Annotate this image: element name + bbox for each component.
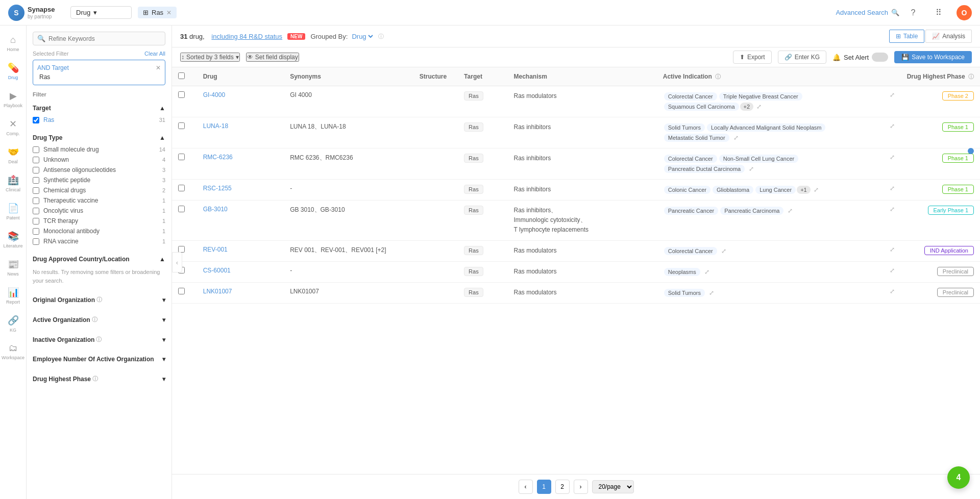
filter-checkbox-monoclonal[interactable]	[33, 228, 39, 235]
row-checkbox[interactable]	[178, 246, 185, 253]
home-icon: ⌂	[10, 35, 16, 45]
filter-checkbox-oncolytic-virus[interactable]	[33, 208, 39, 214]
sidebar-item-home[interactable]: ⌂ Home	[2, 31, 25, 56]
drug-link[interactable]: GB-3010	[203, 206, 228, 213]
drug-link[interactable]: CS-60001	[203, 267, 231, 274]
indication-tag: Triple Negative Breast Cancer	[719, 92, 802, 101]
filter-section-inactive-org-header[interactable]: Inactive Organization ⓘ ▾	[33, 333, 165, 346]
expand-icon[interactable]: ⤢	[756, 103, 762, 110]
collapse-panel-button[interactable]: ‹	[172, 252, 182, 272]
prev-page-button[interactable]: ‹	[519, 480, 533, 494]
synonyms-text: LUNA 18、LUNA-18	[290, 123, 346, 130]
filter-checkbox-synthetic-peptide[interactable]	[33, 177, 39, 184]
filter-checkbox-rna-vaccine[interactable]	[33, 238, 39, 245]
filter-checkbox-chemical-drugs[interactable]	[33, 187, 39, 194]
filter-checkbox-therapeutic-vaccine[interactable]	[33, 197, 39, 204]
chevron-down-icon: ▾	[162, 296, 165, 304]
grouped-by-select[interactable]: Drug	[350, 32, 375, 41]
sidebar-item-report[interactable]: 📊 Report	[2, 283, 25, 309]
drug-link[interactable]: GI-4000	[203, 91, 225, 98]
analysis-view-button[interactable]: 📈 Analysis	[925, 30, 972, 43]
page-button-1[interactable]: 1	[537, 480, 551, 494]
expand-row-icon[interactable]: ⤢	[890, 267, 895, 274]
filter-checkbox-antisense[interactable]	[33, 167, 39, 173]
row-checkbox[interactable]	[178, 288, 185, 294]
expand-row-icon[interactable]: ⤢	[890, 288, 895, 295]
filter-tag-close[interactable]: ✕	[156, 64, 161, 71]
sidebar-item-literature[interactable]: 📚 Literature	[2, 227, 25, 253]
export-button[interactable]: ⬆ Export	[733, 51, 772, 64]
drug-link[interactable]: LNK01007	[203, 288, 232, 295]
sidebar-item-clinical[interactable]: 🏥 Clinical	[2, 170, 25, 196]
sidebar-item-deal[interactable]: 🤝 Deal	[2, 142, 25, 168]
filter-section-drug-highest-phase-header[interactable]: Drug Highest Phase ⓘ ▾	[33, 372, 165, 386]
sidebar-item-kg[interactable]: 🔗 KG	[2, 311, 25, 337]
filter-section-drug-approved-country-header[interactable]: Drug Approved Country/Location ▲	[33, 253, 165, 266]
sidebar-item-comp[interactable]: ✕ Comp.	[2, 114, 25, 140]
expand-icon[interactable]: ⤢	[814, 186, 819, 193]
table-icon: ⊞	[896, 33, 901, 40]
expand-icon[interactable]: ⤢	[721, 247, 726, 255]
expand-row-icon[interactable]: ⤢	[890, 91, 895, 98]
alert-toggle-switch[interactable]	[872, 53, 888, 62]
filter-section-employee-number-header[interactable]: Employee Number Of Active Organization ▾	[33, 353, 165, 366]
drug-link[interactable]: REV-001	[203, 246, 228, 253]
search-tag-close[interactable]: ✕	[166, 9, 172, 16]
sort-button[interactable]: ↕ Sorted by 3 fields ▾	[180, 53, 240, 62]
filter-section-target-header[interactable]: Target ▲	[33, 102, 165, 115]
expand-icon[interactable]: ⤢	[749, 165, 754, 172]
row-checkbox[interactable]	[178, 122, 185, 129]
page-button-2[interactable]: 2	[555, 480, 570, 494]
result-link[interactable]: including 84 R&D status	[211, 33, 282, 40]
advanced-search-link[interactable]: Advanced Search 🔍	[836, 9, 899, 16]
drug-link[interactable]: RMC-6236	[203, 154, 233, 161]
next-page-button[interactable]: ›	[574, 480, 588, 494]
expand-row-icon[interactable]: ⤢	[890, 206, 895, 213]
expand-row-icon[interactable]: ⤢	[890, 246, 895, 253]
help-icon[interactable]: ?	[905, 5, 921, 20]
sidebar-item-playbook[interactable]: ▶ Playbook	[2, 86, 25, 112]
filter-checkbox-tcr[interactable]	[33, 218, 39, 224]
filter-checkbox-unknown[interactable]	[33, 157, 39, 163]
apps-icon[interactable]: ⠿	[931, 5, 946, 20]
filter-search-box[interactable]: 🔍	[33, 32, 165, 45]
filter-search-input[interactable]	[48, 35, 161, 42]
floating-workspace-badge[interactable]: 4	[947, 466, 970, 489]
filter-section-original-org-header[interactable]: Original Organization ⓘ ▾	[33, 293, 165, 307]
clear-all-button[interactable]: Clear All	[144, 51, 165, 57]
row-checkbox[interactable]	[178, 206, 185, 212]
table-view-button[interactable]: ⊞ Table	[889, 30, 925, 43]
expand-icon[interactable]: ⤢	[709, 289, 714, 296]
sidebar-item-drug[interactable]: 💊 Drug	[2, 58, 25, 84]
expand-icon[interactable]: ⤢	[788, 207, 793, 214]
per-page-select[interactable]: 20/page 50/page	[592, 480, 634, 493]
filter-item-synthetic-peptide: Synthetic peptide 3	[33, 175, 165, 185]
expand-row-icon[interactable]: ⤢	[890, 154, 895, 161]
filter-checkbox-small-molecule[interactable]	[33, 146, 39, 153]
enter-kg-button[interactable]: 🔗 Enter KG	[778, 51, 826, 64]
sidebar-item-patent[interactable]: 📄 Patent	[2, 198, 25, 224]
filter-section-active-org-header[interactable]: Active Organization ⓘ ▾	[33, 313, 165, 327]
indication-plus-tag: +2	[740, 103, 754, 111]
sidebar-item-news[interactable]: 📰 News	[2, 255, 25, 281]
filter-section-drug-type-header[interactable]: Drug Type ▲	[33, 131, 165, 144]
filter-checkbox-ras[interactable]	[33, 117, 39, 123]
search-type-select[interactable]: Drug ▾	[70, 6, 132, 19]
select-all-checkbox[interactable]	[178, 72, 185, 79]
synonyms-text: GI 4000	[290, 91, 312, 98]
sub-toolbar: ↕ Sorted by 3 fields ▾ 👁 Set field displ…	[172, 47, 980, 67]
expand-icon[interactable]: ⤢	[733, 134, 739, 141]
expand-icon[interactable]: ⤢	[704, 268, 709, 276]
row-checkbox[interactable]	[178, 154, 185, 160]
save-workspace-button[interactable]: 💾 Save to Workspace	[894, 51, 972, 63]
row-checkbox[interactable]	[178, 185, 185, 191]
row-checkbox[interactable]	[178, 91, 185, 98]
expand-row-icon[interactable]: ⤢	[890, 122, 895, 130]
expand-row-icon[interactable]: ⤢	[890, 185, 895, 192]
drug-link[interactable]: RSC-1255	[203, 185, 232, 192]
synonyms-text: -	[290, 267, 292, 274]
drug-link[interactable]: LUNA-18	[203, 122, 228, 130]
user-avatar[interactable]: O	[957, 5, 972, 20]
sidebar-item-workspace[interactable]: 🗂 Workspace	[2, 339, 25, 364]
set-field-button[interactable]: 👁 Set field display	[246, 53, 299, 62]
